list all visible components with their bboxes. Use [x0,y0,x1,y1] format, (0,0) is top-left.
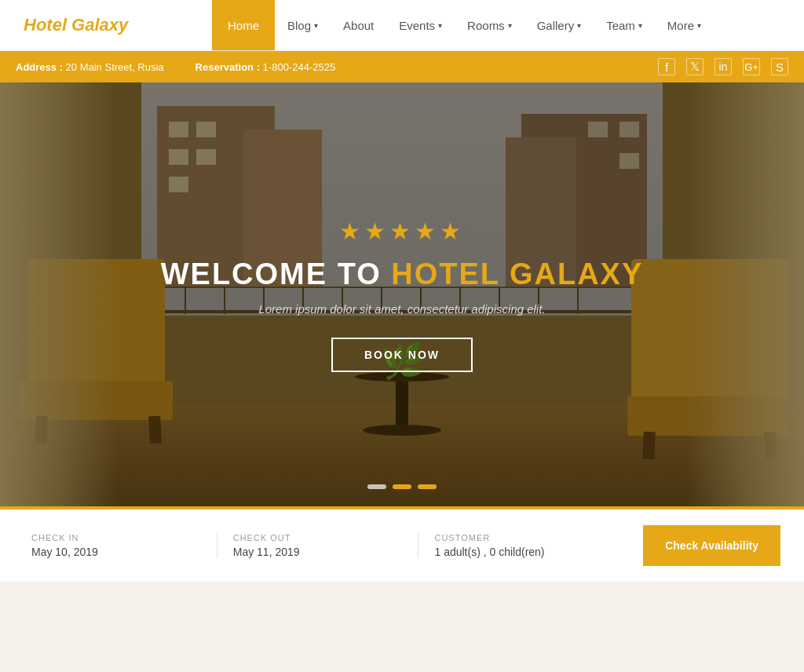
chevron-down-icon: ▾ [638,21,642,30]
reservation-value: 1-800-244-2525 [263,61,336,73]
slide-dot-2[interactable] [393,484,411,489]
slide-dot-1[interactable] [367,484,386,489]
hero-section: 🌿 ★★★★★ WELCOME TO HOTEL GALAXY Lorem ip… [0,82,804,506]
nav-link-home[interactable]: Home [212,0,275,50]
linkedin-icon[interactable]: in [714,58,732,75]
googleplus-icon[interactable]: G+ [743,58,760,75]
nav-link-blog[interactable]: Blog ▾ [275,0,331,50]
brand-logo[interactable]: Hotel Galaxy [0,0,212,50]
checkin-label: CHECK IN [31,533,201,542]
info-bar: Address : 20 Main Street, Rusia Reservat… [0,51,804,82]
chevron-down-icon: ▾ [508,21,512,30]
checkin-field[interactable]: CHECK IN May 10, 2019 [24,533,217,558]
check-availability-wrap: Check Availability [619,525,780,566]
social-icons: f 𝕏 in G+ S [658,58,788,75]
nav-menu: Home Blog ▾ About Events ▾ Rooms ▾ [212,0,804,50]
hero-stars: ★★★★★ [339,217,465,245]
nav-link-gallery[interactable]: Gallery ▾ [524,0,594,50]
chevron-down-icon: ▾ [438,21,442,30]
checkout-value: May 11, 2019 [233,546,403,558]
nav-link-about[interactable]: About [331,0,386,50]
customer-value: 1 adult(s) , 0 child(ren) [434,546,604,558]
hero-title-brand: HOTEL GALAXY [391,257,643,290]
facebook-icon[interactable]: f [658,58,675,75]
chevron-down-icon: ▾ [697,21,701,30]
customer-label: CUSTOMER [434,533,604,542]
nav-item-more[interactable]: More ▾ [655,0,714,50]
address-value: 20 Main Street, Rusia [66,61,164,73]
chevron-down-icon: ▾ [577,21,581,30]
nav-link-team[interactable]: Team ▾ [594,0,655,50]
nav-item-about[interactable]: About [331,0,386,50]
reservation-info: Reservation : 1-800-244-2525 [196,61,336,73]
slider-dots [367,484,437,489]
nav-item-team[interactable]: Team ▾ [594,0,655,50]
skype-icon[interactable]: S [771,58,788,75]
navbar: Hotel Galaxy Home Blog ▾ About Events ▾ [0,0,804,51]
checkout-field[interactable]: CHECK OUT May 11, 2019 [217,533,419,558]
nav-item-events[interactable]: Events ▾ [386,0,455,50]
hero-title-plain: WELCOME TO [161,257,392,290]
brand-name: Hotel Galaxy [24,15,128,35]
nav-item-gallery[interactable]: Gallery ▾ [524,0,594,50]
customer-field[interactable]: CUSTOMER 1 adult(s) , 0 child(ren) [418,533,619,558]
page-bottom [0,582,804,629]
slide-dot-3[interactable] [418,484,437,489]
check-availability-button[interactable]: Check Availability [643,525,780,566]
checkin-value: May 10, 2019 [31,546,201,558]
hero-subtitle: Lorem ipsum dolor sit amet, consectetur … [258,302,545,316]
nav-link-more[interactable]: More ▾ [655,0,714,50]
hero-title: WELCOME TO HOTEL GALAXY [161,257,644,291]
nav-link-events[interactable]: Events ▾ [386,0,455,50]
checkout-label: CHECK OUT [233,533,403,542]
address-info: Address : 20 Main Street, Rusia [16,61,164,73]
book-now-button[interactable]: BOOK NOW [331,338,473,372]
booking-bar: CHECK IN May 10, 2019 CHECK OUT May 11, … [0,506,804,582]
chevron-down-icon: ▾ [314,21,318,30]
twitter-icon[interactable]: 𝕏 [686,58,704,75]
address-label: Address : [16,61,63,73]
nav-item-home[interactable]: Home [212,0,275,50]
nav-link-rooms[interactable]: Rooms ▾ [455,0,524,50]
reservation-label: Reservation : [196,61,260,73]
hero-content: ★★★★★ WELCOME TO HOTEL GALAXY Lorem ipsu… [0,82,804,506]
nav-item-blog[interactable]: Blog ▾ [275,0,331,50]
nav-item-rooms[interactable]: Rooms ▾ [455,0,524,50]
